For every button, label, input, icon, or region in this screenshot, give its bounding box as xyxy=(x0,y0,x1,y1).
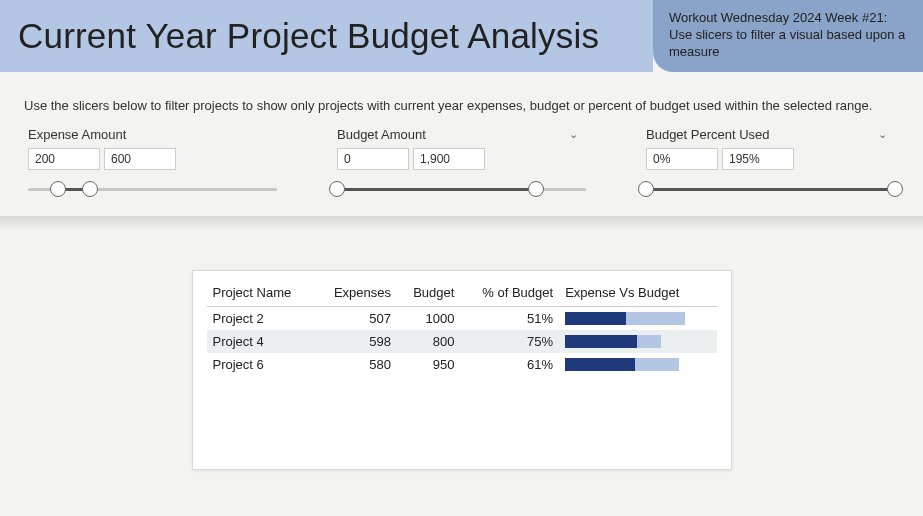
instructions-text: Use the slicers below to filter projects… xyxy=(0,72,923,127)
cell-pct: 51% xyxy=(460,307,559,331)
slicer-percent-handle-high[interactable] xyxy=(887,181,903,197)
cell-expenses: 598 xyxy=(315,330,397,353)
slicer-expense-handle-high[interactable] xyxy=(82,181,98,197)
cell-bar xyxy=(559,330,716,353)
project-table: Project Name Expenses Budget % of Budget… xyxy=(207,281,717,376)
col-pct[interactable]: % of Budget xyxy=(460,281,559,307)
cell-expenses: 580 xyxy=(315,353,397,376)
slicer-percent: Budget Percent Used ⌄ xyxy=(646,127,895,200)
cell-pct: 61% xyxy=(460,353,559,376)
cell-name: Project 4 xyxy=(207,330,315,353)
slicer-budget-max-input[interactable] xyxy=(413,148,485,170)
header-main: Current Year Project Budget Analysis xyxy=(0,0,653,72)
slicer-expense-handle-low[interactable] xyxy=(50,181,66,197)
slicer-percent-max-input[interactable] xyxy=(722,148,794,170)
table-row[interactable]: Project 2507100051% xyxy=(207,307,717,331)
cell-bar xyxy=(559,307,716,331)
col-project-name[interactable]: Project Name xyxy=(207,281,315,307)
cell-expenses: 507 xyxy=(315,307,397,331)
slicer-expense-min-input[interactable] xyxy=(28,148,100,170)
cell-name: Project 2 xyxy=(207,307,315,331)
table-header-row: Project Name Expenses Budget % of Budget… xyxy=(207,281,717,307)
table-row[interactable]: Project 658095061% xyxy=(207,353,717,376)
page-title: Current Year Project Budget Analysis xyxy=(18,16,599,56)
slicer-expense-label: Expense Amount xyxy=(28,127,126,142)
header: Current Year Project Budget Analysis Wor… xyxy=(0,0,923,72)
slicer-percent-handle-low[interactable] xyxy=(638,181,654,197)
slicer-percent-label: Budget Percent Used xyxy=(646,127,770,142)
chevron-down-icon[interactable]: ⌄ xyxy=(569,128,578,141)
divider xyxy=(0,216,923,230)
slicer-expense-track[interactable] xyxy=(28,180,277,200)
cell-budget: 1000 xyxy=(397,307,460,331)
table-row[interactable]: Project 459880075% xyxy=(207,330,717,353)
slicer-budget-label: Budget Amount xyxy=(337,127,426,142)
slicer-budget: Budget Amount ⌄ xyxy=(337,127,586,200)
slicer-budget-handle-high[interactable] xyxy=(528,181,544,197)
slicer-expense: Expense Amount xyxy=(28,127,277,200)
slicer-expense-max-input[interactable] xyxy=(104,148,176,170)
cell-bar xyxy=(559,353,716,376)
cell-name: Project 6 xyxy=(207,353,315,376)
col-expenses[interactable]: Expenses xyxy=(315,281,397,307)
slicer-budget-min-input[interactable] xyxy=(337,148,409,170)
col-bar[interactable]: Expense Vs Budget xyxy=(559,281,716,307)
cell-budget: 950 xyxy=(397,353,460,376)
cell-pct: 75% xyxy=(460,330,559,353)
slicer-percent-min-input[interactable] xyxy=(646,148,718,170)
slicers-row: Expense Amount Budget Amount ⌄ xyxy=(0,127,923,216)
header-subtitle: Workout Wednesday 2024 Week #21: Use sli… xyxy=(653,0,923,72)
project-table-card: Project Name Expenses Budget % of Budget… xyxy=(192,270,732,470)
col-budget[interactable]: Budget xyxy=(397,281,460,307)
slicer-budget-track[interactable] xyxy=(337,180,586,200)
cell-budget: 800 xyxy=(397,330,460,353)
slicer-percent-track[interactable] xyxy=(646,180,895,200)
slicer-budget-handle-low[interactable] xyxy=(329,181,345,197)
chevron-down-icon[interactable]: ⌄ xyxy=(878,128,887,141)
